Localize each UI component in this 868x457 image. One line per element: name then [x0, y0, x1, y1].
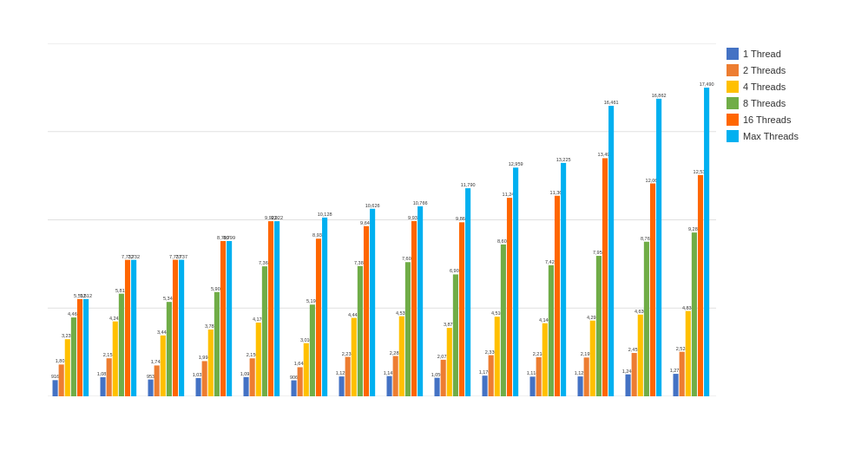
svg-rect-126 [447, 328, 452, 396]
svg-text:16,461: 16,461 [604, 100, 619, 105]
svg-rect-96 [345, 357, 351, 396]
svg-rect-184 [644, 242, 649, 396]
svg-rect-182 [638, 315, 643, 396]
svg-rect-40 [155, 365, 160, 396]
svg-text:5,512: 5,512 [80, 293, 92, 298]
chart-svg: 05,00010,00015,00020,0009161,8013,2354,4… [48, 43, 716, 396]
svg-rect-136 [483, 375, 488, 396]
svg-text:16,862: 16,862 [652, 93, 667, 98]
svg-rect-56 [208, 330, 214, 396]
svg-rect-26 [107, 358, 112, 396]
svg-rect-24 [101, 377, 106, 396]
svg-rect-72 [262, 266, 267, 396]
svg-rect-44 [167, 302, 172, 396]
svg-rect-14 [65, 339, 70, 396]
svg-rect-48 [179, 260, 184, 396]
svg-rect-196 [686, 311, 691, 396]
svg-rect-58 [214, 292, 220, 396]
legend-item-1: 2 Threads [727, 64, 861, 76]
svg-rect-68 [250, 358, 255, 396]
svg-rect-88 [316, 238, 321, 396]
svg-rect-82 [298, 367, 303, 396]
svg-rect-98 [352, 318, 357, 396]
svg-rect-86 [310, 304, 315, 396]
svg-rect-76 [274, 221, 279, 396]
svg-rect-30 [119, 294, 124, 396]
svg-rect-54 [202, 361, 207, 396]
svg-text:7,732: 7,732 [128, 254, 140, 259]
legend-item-2: 4 Threads [727, 81, 861, 93]
svg-rect-112 [399, 317, 404, 396]
svg-rect-170 [596, 256, 602, 396]
svg-rect-166 [584, 357, 589, 396]
svg-rect-62 [227, 241, 232, 396]
svg-text:10,766: 10,766 [413, 200, 428, 206]
svg-rect-20 [83, 299, 89, 396]
legend-color-0 [727, 48, 739, 60]
svg-text:13,225: 13,225 [556, 157, 571, 162]
svg-rect-32 [125, 260, 130, 396]
legend-item-5: Max Threads [727, 130, 861, 142]
legend-label-4: 16 Threads [743, 114, 791, 125]
svg-rect-186 [650, 184, 655, 396]
svg-rect-10 [53, 380, 58, 396]
svg-rect-110 [393, 356, 398, 396]
svg-text:8,799: 8,799 [223, 235, 235, 240]
legend-item-4: 16 Threads [727, 114, 861, 126]
svg-rect-52 [196, 378, 201, 396]
svg-rect-192 [674, 374, 679, 396]
svg-rect-102 [364, 226, 369, 396]
svg-rect-132 [465, 188, 470, 396]
svg-rect-100 [358, 266, 363, 396]
svg-rect-188 [656, 99, 661, 396]
svg-text:953: 953 [147, 374, 155, 379]
svg-rect-74 [268, 221, 273, 396]
legend-color-5 [727, 130, 739, 142]
svg-text:17,490: 17,490 [700, 82, 714, 87]
svg-rect-94 [339, 376, 345, 396]
svg-rect-140 [495, 317, 500, 396]
svg-rect-12 [59, 364, 64, 396]
svg-text:12,959: 12,959 [509, 161, 523, 166]
svg-rect-60 [220, 241, 226, 396]
svg-rect-194 [680, 352, 685, 396]
svg-rect-118 [418, 206, 423, 396]
svg-rect-114 [405, 262, 411, 396]
svg-text:11,790: 11,790 [461, 182, 476, 187]
svg-rect-128 [453, 274, 458, 396]
svg-rect-42 [161, 336, 166, 396]
legend-label-3: 8 Threads [743, 98, 786, 108]
svg-rect-178 [626, 375, 631, 396]
chart-container: 05,00010,00015,00020,0009161,8013,2354,4… [0, 0, 868, 457]
svg-rect-38 [148, 380, 154, 396]
svg-rect-180 [632, 353, 637, 396]
legend-label-0: 1 Thread [743, 49, 781, 59]
svg-rect-122 [435, 378, 440, 396]
legend-color-4 [727, 114, 739, 126]
svg-rect-46 [173, 260, 178, 396]
legend-item-3: 8 Threads [727, 97, 861, 109]
svg-rect-200 [698, 175, 703, 396]
svg-rect-130 [459, 222, 464, 396]
svg-rect-116 [411, 221, 417, 396]
svg-rect-124 [441, 360, 446, 396]
svg-rect-142 [501, 245, 506, 396]
svg-rect-104 [370, 209, 375, 396]
svg-rect-90 [322, 218, 327, 396]
svg-rect-168 [590, 321, 595, 396]
svg-text:10,626: 10,626 [365, 203, 380, 208]
svg-rect-152 [536, 357, 542, 396]
svg-rect-70 [256, 323, 261, 396]
legend-label-5: Max Threads [743, 131, 799, 141]
svg-rect-84 [304, 343, 309, 396]
legend-item-0: 1 Thread [727, 48, 861, 60]
legend-label-2: 4 Threads [743, 82, 786, 92]
svg-rect-146 [513, 167, 518, 396]
svg-rect-156 [549, 265, 554, 396]
svg-rect-150 [530, 376, 536, 396]
svg-rect-202 [704, 88, 709, 396]
svg-rect-108 [387, 376, 392, 396]
legend-color-3 [727, 97, 739, 109]
svg-rect-158 [555, 196, 560, 396]
svg-rect-138 [489, 356, 494, 396]
